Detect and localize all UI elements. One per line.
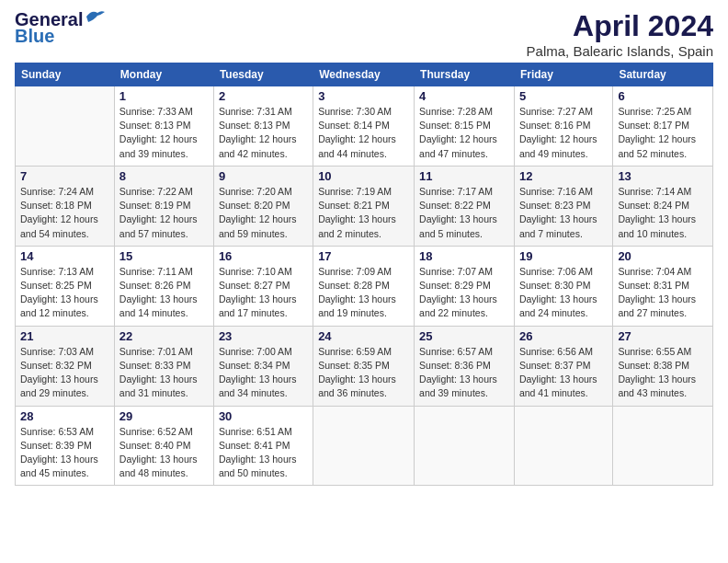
day-info: Sunrise: 6:53 AMSunset: 8:39 PMDaylight:… <box>20 425 109 481</box>
calendar-day-cell <box>415 406 515 486</box>
day-info: Sunrise: 6:57 AMSunset: 8:36 PMDaylight:… <box>419 345 509 401</box>
day-info: Sunrise: 7:17 AMSunset: 8:22 PMDaylight:… <box>419 185 509 241</box>
day-info: Sunrise: 6:51 AMSunset: 8:41 PMDaylight:… <box>219 425 308 481</box>
day-number: 28 <box>20 409 109 423</box>
calendar-week-row: 7Sunrise: 7:24 AMSunset: 8:18 PMDaylight… <box>16 166 713 246</box>
day-info: Sunrise: 7:16 AMSunset: 8:23 PMDaylight:… <box>519 185 608 241</box>
day-number: 25 <box>419 329 509 343</box>
calendar-week-row: 21Sunrise: 7:03 AMSunset: 8:32 PMDayligh… <box>16 326 713 406</box>
calendar-week-row: 1Sunrise: 7:33 AMSunset: 8:13 PMDaylight… <box>16 86 713 167</box>
day-number: 22 <box>119 329 209 343</box>
subtitle: Palma, Balearic Islands, Spain <box>527 43 713 59</box>
day-info: Sunrise: 6:55 AMSunset: 8:38 PMDaylight:… <box>618 345 708 401</box>
day-number: 24 <box>318 329 409 343</box>
day-info: Sunrise: 7:11 AMSunset: 8:26 PMDaylight:… <box>119 265 209 321</box>
day-info: Sunrise: 7:30 AMSunset: 8:14 PMDaylight:… <box>318 105 409 161</box>
col-saturday: Saturday <box>613 63 713 86</box>
calendar-day-cell: 17Sunrise: 7:09 AMSunset: 8:28 PMDayligh… <box>313 246 415 326</box>
day-info: Sunrise: 7:19 AMSunset: 8:21 PMDaylight:… <box>318 185 409 241</box>
calendar-day-cell: 10Sunrise: 7:19 AMSunset: 8:21 PMDayligh… <box>313 166 415 246</box>
calendar-week-row: 28Sunrise: 6:53 AMSunset: 8:39 PMDayligh… <box>16 406 713 486</box>
day-info: Sunrise: 7:14 AMSunset: 8:24 PMDaylight:… <box>618 185 708 241</box>
day-info: Sunrise: 7:33 AMSunset: 8:13 PMDaylight:… <box>119 105 209 161</box>
day-number: 27 <box>618 329 708 343</box>
title-section: April 2024 Palma, Balearic Islands, Spai… <box>527 9 713 59</box>
calendar-day-cell: 13Sunrise: 7:14 AMSunset: 8:24 PMDayligh… <box>613 166 713 246</box>
calendar-day-cell: 22Sunrise: 7:01 AMSunset: 8:33 PMDayligh… <box>114 326 213 406</box>
day-info: Sunrise: 6:59 AMSunset: 8:35 PMDaylight:… <box>318 345 409 401</box>
calendar-day-cell: 5Sunrise: 7:27 AMSunset: 8:16 PMDaylight… <box>514 86 612 167</box>
calendar-day-cell <box>613 406 713 486</box>
day-number: 5 <box>519 89 608 103</box>
calendar-day-cell: 25Sunrise: 6:57 AMSunset: 8:36 PMDayligh… <box>415 326 515 406</box>
calendar-day-cell: 28Sunrise: 6:53 AMSunset: 8:39 PMDayligh… <box>16 406 115 486</box>
col-thursday: Thursday <box>415 63 515 86</box>
header: General Blue April 2024 Palma, Balearic … <box>15 9 713 59</box>
calendar-day-cell: 29Sunrise: 6:52 AMSunset: 8:40 PMDayligh… <box>114 406 213 486</box>
calendar-day-cell: 15Sunrise: 7:11 AMSunset: 8:26 PMDayligh… <box>114 246 213 326</box>
day-info: Sunrise: 6:52 AMSunset: 8:40 PMDaylight:… <box>119 425 209 481</box>
day-number: 7 <box>20 169 109 183</box>
day-number: 21 <box>20 329 109 343</box>
day-number: 29 <box>119 409 209 423</box>
calendar-day-cell <box>313 406 415 486</box>
day-number: 11 <box>419 169 509 183</box>
calendar-day-cell: 18Sunrise: 7:07 AMSunset: 8:29 PMDayligh… <box>415 246 515 326</box>
col-wednesday: Wednesday <box>313 63 415 86</box>
day-info: Sunrise: 7:04 AMSunset: 8:31 PMDaylight:… <box>618 265 708 321</box>
calendar-day-cell: 9Sunrise: 7:20 AMSunset: 8:20 PMDaylight… <box>213 166 313 246</box>
calendar-day-cell: 20Sunrise: 7:04 AMSunset: 8:31 PMDayligh… <box>613 246 713 326</box>
calendar-day-cell: 1Sunrise: 7:33 AMSunset: 8:13 PMDaylight… <box>114 86 213 167</box>
day-number: 3 <box>318 89 409 103</box>
day-number: 14 <box>20 249 109 263</box>
day-info: Sunrise: 7:22 AMSunset: 8:19 PMDaylight:… <box>119 185 209 241</box>
calendar-day-cell: 24Sunrise: 6:59 AMSunset: 8:35 PMDayligh… <box>313 326 415 406</box>
calendar-header-row: Sunday Monday Tuesday Wednesday Thursday… <box>16 63 713 86</box>
calendar-day-cell: 3Sunrise: 7:30 AMSunset: 8:14 PMDaylight… <box>313 86 415 167</box>
calendar-table: Sunday Monday Tuesday Wednesday Thursday… <box>15 63 713 486</box>
calendar-day-cell: 16Sunrise: 7:10 AMSunset: 8:27 PMDayligh… <box>213 246 313 326</box>
calendar-day-cell: 23Sunrise: 7:00 AMSunset: 8:34 PMDayligh… <box>213 326 313 406</box>
day-info: Sunrise: 7:06 AMSunset: 8:30 PMDaylight:… <box>519 265 608 321</box>
day-info: Sunrise: 7:13 AMSunset: 8:25 PMDaylight:… <box>20 265 109 321</box>
day-number: 8 <box>119 169 209 183</box>
calendar-day-cell <box>16 86 115 167</box>
day-info: Sunrise: 7:24 AMSunset: 8:18 PMDaylight:… <box>20 185 109 241</box>
calendar-day-cell: 6Sunrise: 7:25 AMSunset: 8:17 PMDaylight… <box>613 86 713 167</box>
calendar-day-cell: 19Sunrise: 7:06 AMSunset: 8:30 PMDayligh… <box>514 246 612 326</box>
calendar-day-cell: 7Sunrise: 7:24 AMSunset: 8:18 PMDaylight… <box>16 166 115 246</box>
day-number: 17 <box>318 249 409 263</box>
day-info: Sunrise: 7:00 AMSunset: 8:34 PMDaylight:… <box>219 345 308 401</box>
day-info: Sunrise: 7:01 AMSunset: 8:33 PMDaylight:… <box>119 345 209 401</box>
calendar-day-cell: 30Sunrise: 6:51 AMSunset: 8:41 PMDayligh… <box>213 406 313 486</box>
day-number: 26 <box>519 329 608 343</box>
day-info: Sunrise: 6:56 AMSunset: 8:37 PMDaylight:… <box>519 345 608 401</box>
calendar-day-cell: 4Sunrise: 7:28 AMSunset: 8:15 PMDaylight… <box>415 86 515 167</box>
day-number: 23 <box>219 329 308 343</box>
calendar-day-cell: 8Sunrise: 7:22 AMSunset: 8:19 PMDaylight… <box>114 166 213 246</box>
main-title: April 2024 <box>527 9 713 43</box>
day-info: Sunrise: 7:20 AMSunset: 8:20 PMDaylight:… <box>219 185 308 241</box>
day-info: Sunrise: 7:09 AMSunset: 8:28 PMDaylight:… <box>318 265 409 321</box>
day-number: 2 <box>219 89 308 103</box>
day-number: 13 <box>618 169 708 183</box>
day-info: Sunrise: 7:03 AMSunset: 8:32 PMDaylight:… <box>20 345 109 401</box>
col-monday: Monday <box>114 63 213 86</box>
logo: General Blue <box>15 9 105 47</box>
calendar-day-cell: 11Sunrise: 7:17 AMSunset: 8:22 PMDayligh… <box>415 166 515 246</box>
calendar-day-cell: 27Sunrise: 6:55 AMSunset: 8:38 PMDayligh… <box>613 326 713 406</box>
day-number: 12 <box>519 169 608 183</box>
calendar-day-cell: 14Sunrise: 7:13 AMSunset: 8:25 PMDayligh… <box>16 246 115 326</box>
day-info: Sunrise: 7:28 AMSunset: 8:15 PMDaylight:… <box>419 105 509 161</box>
day-number: 4 <box>419 89 509 103</box>
day-number: 1 <box>119 89 209 103</box>
main-container: General Blue April 2024 Palma, Balearic … <box>0 0 728 495</box>
day-number: 6 <box>618 89 708 103</box>
col-friday: Friday <box>514 63 612 86</box>
day-info: Sunrise: 7:31 AMSunset: 8:13 PMDaylight:… <box>219 105 308 161</box>
day-info: Sunrise: 7:10 AMSunset: 8:27 PMDaylight:… <box>219 265 308 321</box>
day-number: 19 <box>519 249 608 263</box>
day-number: 15 <box>119 249 209 263</box>
calendar-day-cell <box>514 406 612 486</box>
day-number: 18 <box>419 249 509 263</box>
